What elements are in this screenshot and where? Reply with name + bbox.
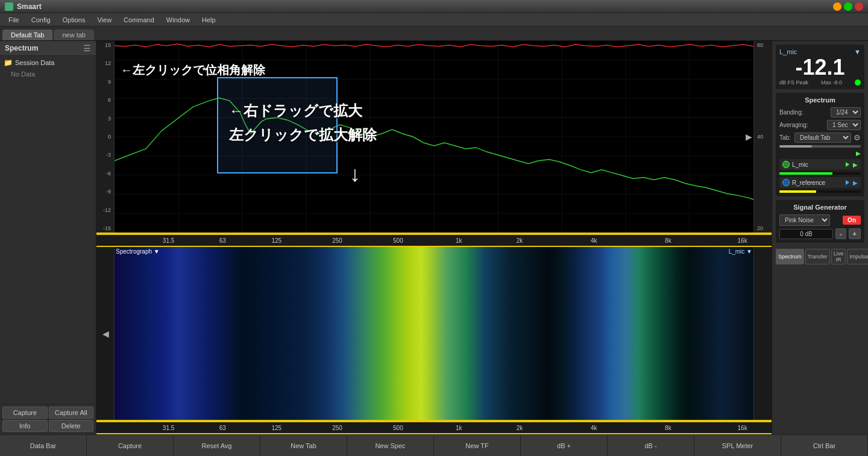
spectro-y-axis-left: ◀: [96, 247, 115, 420]
rref-indicator: [782, 179, 790, 186]
sidebar: Spectrum ☰ 📁 Session Data No Data Captur…: [0, 41, 96, 434]
averaging-label: Averaging:: [779, 122, 808, 128]
averaging-row: Averaging: 1 Sec 2 Sec 5 Sec: [779, 120, 861, 130]
menu-options[interactable]: Options: [57, 15, 92, 25]
sidebar-header: Spectrum ☰: [0, 41, 96, 56]
spectrograph-area: Spectrograph ▼ L_mic ▼ ◀: [96, 247, 772, 421]
right-panel: L_mic ▼ -12.1 dB FS Peak Max -8.0 Spectr…: [772, 41, 868, 434]
menu-help[interactable]: Help: [196, 15, 222, 25]
banding-select[interactable]: 1/24 1/12 1/6 1/3: [831, 107, 861, 117]
mode-impulse-button[interactable]: Impulse: [847, 249, 868, 264]
toolbar-ctrl-bar[interactable]: Ctrl Bar: [781, 435, 868, 456]
plus-button[interactable]: +: [849, 228, 861, 239]
menu-file[interactable]: File: [2, 15, 25, 25]
toolbar-db-plus[interactable]: dB +: [521, 435, 608, 456]
sig-gen-row: Pink Noise White Noise Sine On: [779, 214, 861, 226]
freq-2k: 2k: [517, 237, 523, 244]
spectrograph-channel-label: L_mic ▼: [729, 248, 752, 255]
meter-unit: dB FS Peak: [779, 80, 808, 86]
freq-bot-500: 500: [393, 425, 403, 431]
spectrum-right-arrow[interactable]: ▶: [746, 132, 752, 142]
toolbar-spl-meter[interactable]: SPL Meter: [694, 435, 781, 456]
freq-63: 63: [219, 237, 226, 244]
freq-bot-2k: 2k: [517, 425, 523, 431]
channel-lmic-row[interactable]: L_mic ▶: [779, 159, 861, 170]
y-axis-right: 80 40 20: [753, 41, 772, 233]
rref-bar: [779, 190, 861, 193]
delete-button[interactable]: Delete: [49, 420, 94, 432]
freq-bot-125: 125: [271, 425, 281, 431]
toolbar-new-tf[interactable]: New TF: [434, 435, 521, 456]
channel-rref-row[interactable]: R_reference ▶: [779, 177, 861, 188]
sig-on-button[interactable]: On: [843, 216, 861, 225]
spectrum-canvas: ←左クリックで位相角解除 ←右ドラッグで拡大 左クリックで拡大解除 ↓: [115, 41, 753, 233]
spectrum-area[interactable]: 15 12 9 6 3 0 -3 -6 -9 -12 -15 80 40 20: [96, 41, 772, 234]
minus-button[interactable]: -: [835, 228, 846, 239]
meter-dropdown-icon[interactable]: ▼: [854, 48, 861, 55]
sig-type-select[interactable]: Pink Noise White Noise Sine: [779, 214, 830, 226]
toolbar-new-spec[interactable]: New Spec: [347, 435, 434, 456]
mode-transfer-button[interactable]: Transfer: [805, 249, 830, 264]
spectro-left-arrow[interactable]: ◀: [102, 329, 109, 339]
session-data-label: Session Data: [15, 59, 54, 66]
menu-view[interactable]: View: [91, 15, 118, 25]
freq-1k: 1k: [456, 237, 462, 244]
maximize-button[interactable]: [844, 2, 852, 11]
tab-new[interactable]: new tab: [54, 30, 94, 40]
meter-channel-name: L_mic: [779, 48, 797, 55]
meter-dot: [855, 80, 861, 86]
tab-select[interactable]: Default Tab: [794, 133, 851, 143]
capture-button[interactable]: Capture: [2, 407, 48, 419]
freq-bot-250: 250: [332, 425, 342, 431]
freq-bot-8k: 8k: [665, 425, 671, 431]
spectro-y-axis-right: [753, 247, 772, 420]
freq-axis-top: 31.5 63 125 250 500 1k 2k 4k 8k 16k: [96, 234, 772, 247]
averaging-select[interactable]: 1 Sec 2 Sec 5 Sec: [827, 120, 861, 130]
close-button[interactable]: [855, 2, 863, 11]
sig-gen-title: Signal Generator: [779, 204, 861, 211]
title-bar: Smaart: [0, 0, 868, 13]
mode-liveir-button[interactable]: Live IR: [831, 249, 846, 264]
banding-row: Banding: 1/24 1/12 1/6 1/3: [779, 107, 861, 117]
menu-bar: File Config Options View Command Window …: [0, 13, 868, 27]
meter-max: Max -8.0: [821, 80, 842, 86]
app-title: Smaart: [17, 2, 42, 11]
toolbar-db-minus[interactable]: dB -: [608, 435, 694, 456]
annotation-left-click-zoom: 左クリックで拡大解除: [229, 125, 377, 145]
rref-play[interactable]: ▶: [853, 180, 858, 186]
db-display: 0 dB: [779, 229, 833, 239]
freq-250: 250: [332, 237, 342, 244]
sidebar-menu-icon[interactable]: ☰: [83, 43, 91, 53]
info-button[interactable]: Info: [2, 420, 48, 432]
y-axis-left: 15 12 9 6 3 0 -3 -6 -9 -12 -15: [96, 41, 115, 233]
tab-row: Tab: Default Tab ⚙: [779, 133, 861, 143]
freq-bot-31: 31.5: [163, 425, 174, 431]
toolbar-reset-avg[interactable]: Reset Avg: [174, 435, 260, 456]
tab-label: Tab:: [779, 134, 791, 141]
capture-all-button[interactable]: Capture All: [49, 407, 94, 419]
annotation-arrow-down: ↓: [350, 161, 360, 187]
meter-value: -12.1: [779, 57, 861, 78]
play-icon[interactable]: ▶: [856, 150, 861, 157]
toolbar-new-tab[interactable]: New Tab: [260, 435, 347, 456]
toolbar-data-bar[interactable]: Data Bar: [0, 435, 87, 456]
tab-default[interactable]: Default Tab: [2, 30, 52, 40]
tab-bar: Default Tab new tab: [0, 27, 868, 41]
menu-window[interactable]: Window: [160, 15, 196, 25]
menu-config[interactable]: Config: [25, 15, 57, 25]
mode-spectrum-button[interactable]: Spectrum: [776, 249, 804, 264]
lmic-play[interactable]: ▶: [853, 161, 858, 168]
channel-slider[interactable]: [779, 145, 861, 148]
db-row: 0 dB - +: [779, 228, 861, 239]
freq-500: 500: [393, 237, 403, 244]
toolbar-capture[interactable]: Capture: [87, 435, 174, 456]
lmic-indicator: [782, 161, 790, 168]
freq-bot-63: 63: [219, 425, 226, 431]
bottom-toolbar: Data Bar Capture Reset Avg New Tab New S…: [0, 434, 868, 456]
menu-command[interactable]: Command: [118, 15, 160, 25]
freq-bot-4k: 4k: [591, 425, 597, 431]
gear-icon[interactable]: ⚙: [854, 133, 861, 142]
sidebar-buttons: Capture Capture All Info Delete: [0, 404, 96, 434]
no-data-label: No Data: [0, 69, 96, 79]
minimize-button[interactable]: [833, 2, 841, 11]
